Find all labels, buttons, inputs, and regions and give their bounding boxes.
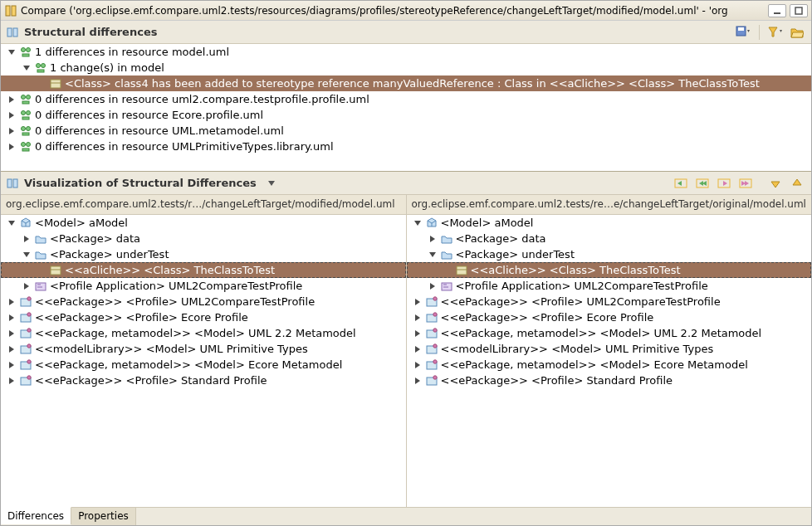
tree-twisty-none [36,78,47,90]
tree-row[interactable]: 1 change(s) in model [1,60,811,75]
open-folder-button[interactable] [788,23,806,41]
tree-row[interactable]: <<ePackage>> <Profile> Ecore Profile [1,309,406,325]
tree-row[interactable]: <<ePackage>> <Profile> Standard Profile [1,373,406,388]
tree-twisty[interactable] [21,249,32,261]
svg-point-59 [433,343,436,347]
diff-icon [19,93,32,106]
tree-row[interactable]: <Package> underTest [1,246,406,262]
tree-twisty[interactable] [412,312,423,324]
viz-menu-chevron-icon[interactable] [265,177,278,190]
left-tree-pane[interactable]: <Model> aModel<Package> data<Package> un… [1,215,407,507]
tree-twisty[interactable] [412,217,423,229]
diff-icon [19,46,32,59]
svg-rect-29 [13,179,17,188]
svg-point-23 [27,126,31,130]
tree-twisty[interactable] [6,94,17,105]
tree-row[interactable]: <Package> data [407,231,812,246]
tree-row[interactable]: <Package> data [1,231,406,246]
minimize-button[interactable] [768,4,786,17]
profile-icon [425,374,438,387]
profileapp-icon [440,280,453,293]
tree-row[interactable]: 1 differences in resource model.uml [1,44,811,60]
copy-all-left-to-right-button[interactable] [736,174,755,192]
tree-twisty[interactable] [6,312,17,324]
filter-dropdown-button[interactable] [766,23,785,41]
tree-row[interactable]: <<ePackage, metamodel>> <Model> UML 2.2 … [1,325,406,341]
tree-twisty[interactable] [427,249,438,261]
svg-rect-14 [51,80,61,88]
tree-twisty[interactable] [427,280,438,292]
tree-row[interactable]: 0 differences in resource Ecore.profile.… [1,107,811,123]
tree-row[interactable]: <<ePackage>> <Profile> UML2CompareTestPr… [1,294,406,309]
tree-twisty[interactable] [6,343,17,355]
tab-differences[interactable]: Differences [1,507,71,524]
tree-row[interactable]: <<ePackage, metamodel>> <Model> Ecore Me… [407,357,812,373]
tree-row[interactable]: <<modelLibrary>> <Model> UML Primitive T… [407,341,812,357]
svg-rect-3 [795,7,802,14]
copy-left-to-right-button[interactable] [715,174,733,192]
tab-properties[interactable]: Properties [71,508,136,525]
tree-row[interactable]: <<ePackage>> <Profile> UML2CompareTestPr… [407,294,812,309]
svg-rect-0 [6,6,10,16]
tree-twisty[interactable] [6,110,17,121]
tree-twisty[interactable] [6,125,17,137]
svg-point-46 [27,359,31,363]
tree-twisty[interactable] [21,62,32,74]
diff-icon [34,61,47,75]
tree-label: <<modelLibrary>> <Model> UML Primitive T… [35,341,308,357]
svg-rect-1 [12,6,16,16]
structural-tree-pane[interactable]: 1 differences in resource model.uml1 cha… [1,44,811,172]
maximize-button[interactable] [790,4,808,17]
tree-row[interactable]: <Model> aModel [1,215,406,231]
profile-icon [19,311,32,324]
tree-row[interactable]: 0 differences in resource uml2.compare.t… [1,91,811,107]
left-path: org.eclipse.emf.compare.uml2.tests/r…/ch… [1,195,407,214]
svg-point-12 [42,63,46,67]
prev-diff-button[interactable] [788,174,806,192]
tree-twisty[interactable] [6,141,17,153]
tree-label: 1 change(s) in model [50,60,164,75]
tree-row[interactable]: <Model> aModel [407,215,812,231]
tree-row[interactable]: <Profile Application> UML2CompareTestPro… [407,278,812,294]
tree-row[interactable]: <<ePackage, metamodel>> <Model> UML 2.2 … [407,325,812,341]
tree-twisty[interactable] [412,375,423,387]
tree-row[interactable]: <<aCliche>> <Class> TheClassToTest [1,262,406,278]
tree-row[interactable]: 0 differences in resource UMLPrimitiveTy… [1,139,811,154]
svg-point-19 [22,110,26,114]
tree-twisty[interactable] [427,233,438,245]
tree-row[interactable]: <<ePackage>> <Profile> Ecore Profile [407,309,812,325]
tree-twisty[interactable] [412,343,423,355]
profile-icon [19,374,32,387]
tree-row[interactable]: <<aCliche>> <Class> TheClassToTest [407,262,812,278]
tree-label: <<ePackage>> <Profile> Standard Profile [441,373,673,388]
save-dropdown-button[interactable] [734,23,752,41]
tree-twisty[interactable] [412,328,423,339]
tree-row[interactable]: <<ePackage, metamodel>> <Model> Ecore Me… [1,357,406,373]
svg-rect-27 [22,149,29,151]
tree-row[interactable]: <<modelLibrary>> <Model> UML Primitive T… [1,341,406,357]
tree-twisty[interactable] [6,296,17,308]
tree-twisty-none [442,265,453,276]
tree-row[interactable]: <Class> class4 has been added to stereot… [1,75,811,91]
right-tree-pane[interactable]: <Model> aModel<Package> data<Package> un… [407,215,812,507]
tree-row[interactable]: 0 differences in resource UML.metamodel.… [1,123,811,139]
tree-twisty[interactable] [412,296,423,308]
tree-twisty[interactable] [6,375,17,387]
tree-twisty[interactable] [21,233,32,245]
tree-twisty[interactable] [412,359,423,371]
next-diff-button[interactable] [766,174,785,192]
tree-twisty[interactable] [21,280,32,292]
copy-right-to-left-button[interactable] [672,174,690,192]
svg-point-63 [433,375,436,378]
tree-twisty[interactable] [6,217,17,229]
tree-row[interactable]: <Package> underTest [407,246,812,262]
tree-twisty[interactable] [6,328,17,339]
profile-icon [425,295,438,309]
copy-all-right-to-left-button[interactable] [693,174,712,192]
tree-twisty[interactable] [6,46,17,58]
tree-row[interactable]: <Profile Application> UML2CompareTestPro… [1,278,406,294]
tree-twisty[interactable] [6,359,17,371]
viz-title: Visualization of Structural Differences [24,177,257,189]
tree-row[interactable]: <<ePackage>> <Profile> Standard Profile [407,373,812,388]
split-body: <Model> aModel<Package> data<Package> un… [1,215,811,507]
